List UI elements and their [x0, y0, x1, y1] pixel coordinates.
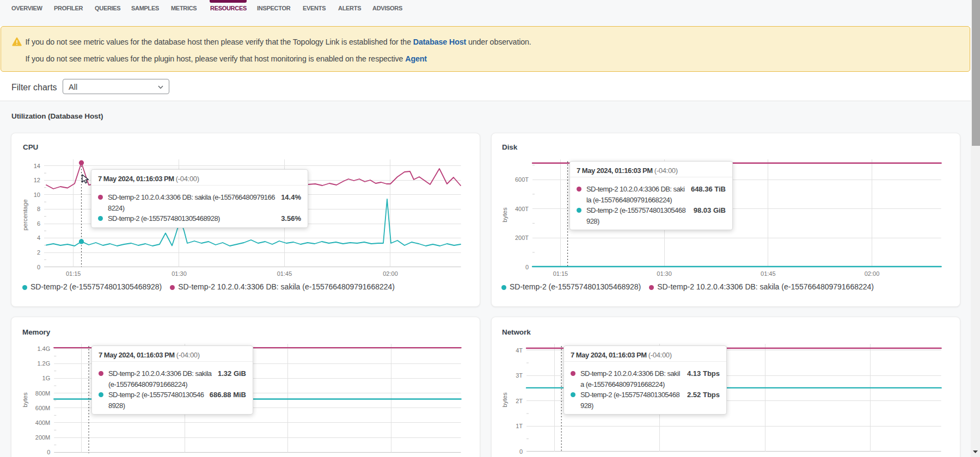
- svg-text:200T: 200T: [515, 234, 529, 241]
- svg-text:400T: 400T: [515, 206, 529, 212]
- svg-text:6: 6: [37, 220, 40, 227]
- svg-text:0: 0: [519, 448, 523, 455]
- svg-text:01:30: 01:30: [657, 270, 672, 277]
- svg-text:bytes: bytes: [501, 207, 508, 223]
- svg-text:10: 10: [34, 192, 40, 198]
- svg-text:12: 12: [34, 177, 40, 183]
- svg-text:01:15: 01:15: [553, 270, 568, 277]
- svg-text:1T: 1T: [516, 423, 523, 429]
- svg-text:01:45: 01:45: [277, 270, 292, 277]
- svg-text:4T: 4T: [516, 347, 523, 354]
- svg-text:800M: 800M: [35, 390, 51, 397]
- svg-text:2: 2: [37, 249, 40, 256]
- svg-text:0: 0: [37, 264, 40, 270]
- svg-text:1.4G: 1.4G: [37, 345, 50, 352]
- svg-text:percentage: percentage: [22, 199, 28, 231]
- svg-text:400M: 400M: [35, 419, 51, 426]
- svg-text:1.2G: 1.2G: [37, 360, 50, 367]
- svg-text:3T: 3T: [516, 372, 523, 379]
- svg-text:600T: 600T: [515, 176, 529, 183]
- svg-text:200M: 200M: [35, 434, 51, 441]
- svg-text:bytes: bytes: [501, 392, 508, 407]
- svg-text:2T: 2T: [516, 398, 523, 404]
- svg-text:1G: 1G: [42, 375, 51, 381]
- svg-text:600M: 600M: [35, 405, 51, 411]
- svg-text:02:00: 02:00: [383, 270, 398, 277]
- svg-text:0: 0: [525, 264, 529, 270]
- svg-text:14: 14: [34, 163, 40, 169]
- svg-text:02:00: 02:00: [865, 270, 880, 277]
- svg-text:bytes: bytes: [22, 392, 28, 407]
- svg-text:8: 8: [37, 206, 40, 212]
- svg-text:4: 4: [37, 234, 40, 241]
- svg-text:01:45: 01:45: [761, 270, 776, 277]
- svg-text:01:30: 01:30: [171, 270, 187, 277]
- svg-text:01:15: 01:15: [66, 270, 81, 277]
- svg-text:0: 0: [47, 449, 50, 455]
